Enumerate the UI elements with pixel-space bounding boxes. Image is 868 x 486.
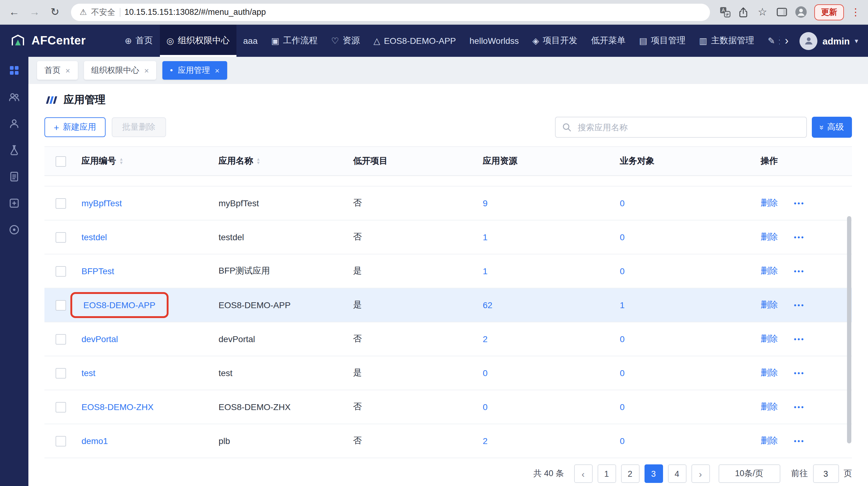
resources-link[interactable]: 2 bbox=[483, 334, 488, 344]
sidebar-item-document[interactable] bbox=[0, 163, 28, 190]
nav-item-resources[interactable]: ♡ 资源 bbox=[324, 25, 367, 57]
nav-item-org-auth-center[interactable]: ◎ 组织权限中心 bbox=[160, 25, 236, 57]
business-object-link[interactable]: 0 bbox=[620, 334, 625, 344]
page-size-select[interactable]: 10条/页 bbox=[718, 464, 780, 483]
nav-item-truncated[interactable]: ✎ 开 bbox=[761, 25, 780, 57]
row-checkbox[interactable] bbox=[55, 266, 66, 276]
resources-link[interactable]: 1 bbox=[483, 232, 488, 242]
tab-org-auth-center[interactable]: 组织权限中心 × bbox=[84, 61, 156, 80]
nav-item-project-mgmt[interactable]: ▤ 项目管理 bbox=[632, 25, 692, 57]
goto-page-input[interactable] bbox=[813, 464, 839, 483]
advanced-button[interactable]: » 高级 bbox=[812, 117, 852, 138]
tab-home[interactable]: 首页 × bbox=[37, 61, 78, 80]
more-actions-icon[interactable]: ••• bbox=[794, 369, 805, 377]
close-icon[interactable]: × bbox=[144, 66, 149, 75]
share-icon[interactable] bbox=[738, 6, 749, 18]
sort-icon[interactable]: ▲ ▼ bbox=[119, 157, 123, 165]
page-button-4[interactable]: 4 bbox=[668, 464, 686, 483]
nav-item-aaa[interactable]: aaa bbox=[237, 25, 265, 57]
sidebar-item-flask[interactable] bbox=[0, 136, 28, 163]
table-scrollbar[interactable] bbox=[847, 216, 851, 444]
more-actions-icon[interactable]: ••• bbox=[794, 335, 805, 343]
delete-link[interactable]: 删除 bbox=[761, 435, 778, 445]
url-text[interactable]: 10.15.15.151:13082/#/menu_auth/app bbox=[124, 7, 266, 17]
app-id-link[interactable]: demo1 bbox=[82, 436, 108, 446]
column-header-app-id[interactable]: 应用编号 ▲ ▼ bbox=[76, 156, 214, 167]
sidebar-item-user-group[interactable] bbox=[0, 83, 28, 110]
brand[interactable]: AFCenter bbox=[0, 33, 96, 49]
app-id-link[interactable]: myBpfTest bbox=[82, 198, 122, 208]
row-checkbox[interactable] bbox=[55, 232, 66, 242]
app-id-link[interactable]: test bbox=[82, 368, 95, 378]
delete-link[interactable]: 删除 bbox=[761, 401, 778, 411]
row-checkbox[interactable] bbox=[55, 198, 66, 208]
batch-delete-button[interactable]: 批量删除 bbox=[112, 117, 166, 137]
app-id-link[interactable]: EOS8-DEMO-APP bbox=[83, 300, 155, 310]
row-checkbox[interactable] bbox=[55, 402, 66, 412]
sidebar-item-compass[interactable] bbox=[0, 216, 28, 243]
side-panel-icon[interactable] bbox=[776, 6, 788, 18]
nav-item-eos8-demo-app[interactable]: △ EOS8-DEMO-APP bbox=[367, 25, 463, 57]
sidebar-item-apps-grid[interactable] bbox=[0, 57, 28, 83]
page-button-2[interactable]: 2 bbox=[621, 464, 639, 483]
app-id-link[interactable]: BFPTest bbox=[82, 266, 114, 276]
forward-icon[interactable]: → bbox=[28, 7, 41, 17]
close-icon[interactable]: × bbox=[65, 66, 70, 75]
page-button-3-active[interactable]: 3 bbox=[644, 464, 663, 483]
delete-link[interactable]: 删除 bbox=[761, 300, 778, 309]
security-label[interactable]: 不安全 bbox=[91, 6, 115, 18]
browser-profile-icon[interactable] bbox=[795, 5, 807, 19]
business-object-link[interactable]: 1 bbox=[620, 300, 625, 310]
browser-menu-icon[interactable]: ⋮ bbox=[851, 6, 861, 18]
close-icon[interactable]: × bbox=[215, 66, 219, 75]
nav-overflow-chevron-icon[interactable]: › bbox=[780, 34, 794, 47]
delete-link[interactable]: 删除 bbox=[761, 232, 778, 241]
select-all-checkbox[interactable] bbox=[55, 156, 66, 166]
resources-link[interactable]: 0 bbox=[483, 402, 488, 412]
resources-link[interactable]: 2 bbox=[483, 436, 488, 446]
business-object-link[interactable]: 0 bbox=[620, 402, 625, 412]
business-object-link[interactable]: 0 bbox=[620, 368, 625, 378]
row-checkbox[interactable] bbox=[55, 334, 66, 344]
sidebar-item-user[interactable] bbox=[0, 110, 28, 136]
app-name-search-input[interactable] bbox=[577, 122, 800, 132]
row-checkbox[interactable] bbox=[55, 368, 66, 378]
column-header-app-name[interactable]: 应用名称 ▲ ▼ bbox=[214, 156, 348, 167]
update-button[interactable]: 更新 bbox=[814, 4, 844, 20]
row-checkbox[interactable] bbox=[55, 436, 66, 446]
next-page-button[interactable]: › bbox=[691, 464, 710, 483]
tab-app-management[interactable]: ● 应用管理 × bbox=[162, 61, 227, 80]
app-id-link[interactable]: devPortal bbox=[82, 334, 118, 344]
sidebar-item-add-square[interactable] bbox=[0, 190, 28, 216]
delete-link[interactable]: 删除 bbox=[761, 266, 778, 275]
nav-item-home[interactable]: ⊕ 首页 bbox=[118, 25, 160, 57]
translate-icon[interactable]: A bbox=[719, 6, 731, 18]
prev-page-button[interactable]: ‹ bbox=[574, 464, 592, 483]
business-object-link[interactable]: 0 bbox=[620, 436, 625, 446]
more-actions-icon[interactable]: ••• bbox=[794, 200, 805, 207]
bookmark-star-icon[interactable]: ☆ bbox=[756, 7, 769, 17]
nav-item-lowcode-menu[interactable]: 低开菜单 bbox=[584, 25, 632, 57]
more-actions-icon[interactable]: ••• bbox=[794, 403, 805, 411]
nav-item-project-dev[interactable]: ◈ 项目开发 bbox=[526, 25, 584, 57]
delete-link[interactable]: 删除 bbox=[761, 198, 778, 208]
business-object-link[interactable]: 0 bbox=[620, 198, 625, 208]
page-button-1[interactable]: 1 bbox=[597, 464, 616, 483]
user-menu[interactable]: admin ▾ bbox=[794, 32, 868, 50]
row-checkbox[interactable] bbox=[55, 300, 66, 310]
more-actions-icon[interactable]: ••• bbox=[794, 234, 805, 241]
new-app-button[interactable]: + 新建应用 bbox=[44, 117, 105, 137]
business-object-link[interactable]: 0 bbox=[620, 232, 625, 242]
reload-icon[interactable]: ↻ bbox=[48, 7, 62, 17]
more-actions-icon[interactable]: ••• bbox=[794, 437, 805, 445]
resources-link[interactable]: 0 bbox=[483, 368, 488, 378]
nav-item-helloworldss[interactable]: helloWorldss bbox=[463, 25, 526, 57]
resources-link[interactable]: 1 bbox=[483, 266, 488, 276]
business-object-link[interactable]: 0 bbox=[620, 266, 625, 276]
app-id-link[interactable]: testdel bbox=[82, 232, 107, 242]
more-actions-icon[interactable]: ••• bbox=[794, 301, 805, 309]
more-actions-icon[interactable]: ••• bbox=[794, 267, 805, 275]
back-icon[interactable]: ← bbox=[7, 7, 21, 17]
address-bar[interactable]: ⚠ 不安全 10.15.15.151:13082/#/menu_auth/app bbox=[71, 3, 710, 21]
nav-item-master-data[interactable]: ▥ 主数据管理 bbox=[692, 25, 761, 57]
